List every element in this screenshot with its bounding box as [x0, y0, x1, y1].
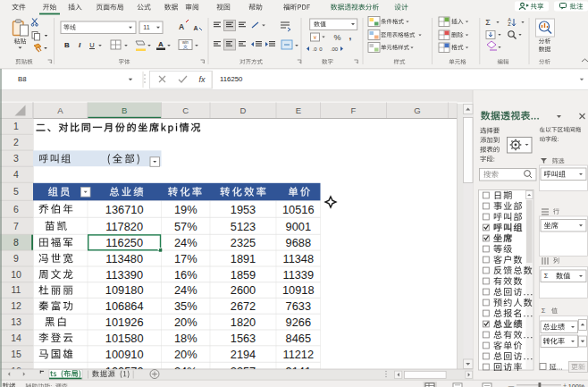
- svg-text:9: 9: [13, 253, 19, 264]
- svg-text:,: ,: [349, 31, 352, 41]
- svg-text:+: +: [563, 383, 567, 387]
- svg-text:3: 3: [13, 153, 19, 164]
- svg-text:2194: 2194: [231, 348, 256, 361]
- svg-text:10918: 10918: [282, 283, 315, 297]
- svg-text:8: 8: [13, 237, 19, 248]
- svg-text:A: A: [158, 40, 164, 48]
- svg-text:E: E: [296, 105, 301, 115]
- svg-text:9001: 9001: [286, 220, 311, 233]
- svg-text:.0: .0: [312, 46, 317, 52]
- svg-text:.00: .00: [331, 46, 339, 52]
- svg-text:100%: 100%: [568, 383, 585, 387]
- svg-text:19%: 19%: [174, 203, 197, 216]
- svg-text:—: —: [508, 383, 515, 387]
- svg-text:A: A: [179, 22, 184, 31]
- svg-text:4: 4: [13, 169, 19, 180]
- svg-text:18%: 18%: [174, 332, 197, 345]
- svg-text:9688: 9688: [286, 236, 311, 249]
- svg-text:11348: 11348: [282, 252, 314, 265]
- svg-text:C: C: [182, 105, 189, 115]
- svg-text:U: U: [89, 41, 94, 49]
- svg-text:6: 6: [13, 204, 19, 215]
- svg-text:117820: 117820: [105, 220, 143, 233]
- svg-text:11212: 11212: [282, 348, 314, 361]
- svg-text:B: B: [64, 41, 70, 49]
- svg-text:24%: 24%: [174, 283, 197, 297]
- svg-text:1953: 1953: [231, 203, 256, 216]
- svg-text:2325: 2325: [231, 236, 256, 249]
- svg-text:F: F: [351, 105, 357, 115]
- svg-text:15: 15: [11, 349, 21, 359]
- svg-text:17%: 17%: [174, 252, 197, 265]
- svg-text:116250: 116250: [105, 236, 143, 249]
- svg-text:12: 12: [11, 300, 21, 311]
- svg-text:2600: 2600: [231, 283, 256, 297]
- svg-text:113480: 113480: [105, 252, 143, 265]
- svg-text:10516: 10516: [282, 203, 315, 216]
- svg-text:11339: 11339: [282, 268, 314, 282]
- svg-text:113390: 113390: [105, 268, 143, 282]
- svg-text:5123: 5123: [231, 220, 256, 233]
- svg-text:106864: 106864: [105, 299, 144, 313]
- svg-text:11: 11: [143, 23, 149, 31]
- svg-text:109180: 109180: [105, 283, 144, 297]
- svg-text:1820: 1820: [231, 315, 256, 329]
- svg-text:B8: B8: [18, 75, 27, 83]
- svg-text:win: win: [182, 40, 189, 45]
- svg-text:1891: 1891: [231, 252, 256, 265]
- svg-text:101926: 101926: [105, 315, 144, 329]
- svg-text:57%: 57%: [174, 220, 197, 233]
- svg-text:24%: 24%: [174, 236, 197, 249]
- svg-text:Σ: Σ: [542, 307, 546, 315]
- svg-text:Σ: Σ: [544, 272, 549, 280]
- svg-text:7633: 7633: [286, 299, 311, 313]
- svg-text:D: D: [240, 105, 247, 115]
- svg-text:1563: 1563: [231, 332, 256, 345]
- svg-text:B: B: [122, 105, 127, 115]
- svg-text:20%: 20%: [174, 348, 197, 361]
- svg-text:fx: fx: [198, 75, 206, 84]
- svg-text:14: 14: [11, 332, 21, 343]
- svg-text:11: 11: [12, 284, 21, 295]
- svg-text:Σ: Σ: [485, 18, 491, 27]
- svg-text:A: A: [57, 105, 63, 115]
- svg-text:%: %: [333, 33, 340, 42]
- svg-text:2672: 2672: [231, 299, 256, 313]
- svg-text:G: G: [414, 105, 420, 115]
- svg-text:7: 7: [13, 221, 19, 231]
- svg-text:2: 2: [13, 137, 19, 147]
- svg-text:10: 10: [11, 269, 21, 280]
- svg-text:A: A: [193, 25, 197, 31]
- svg-text:8465: 8465: [286, 332, 311, 345]
- svg-text:1: 1: [13, 121, 19, 131]
- svg-text:16%: 16%: [174, 268, 197, 282]
- svg-text:116250: 116250: [220, 75, 243, 83]
- svg-text:5: 5: [13, 186, 19, 197]
- svg-text:13: 13: [11, 316, 21, 327]
- svg-text:20%: 20%: [174, 315, 197, 329]
- svg-text:101580: 101580: [105, 332, 144, 345]
- svg-text:35%: 35%: [174, 299, 197, 313]
- svg-text:9266: 9266: [286, 315, 311, 329]
- svg-text:100910: 100910: [105, 348, 144, 361]
- svg-text:1859: 1859: [231, 268, 256, 282]
- svg-text:136710: 136710: [105, 203, 144, 216]
